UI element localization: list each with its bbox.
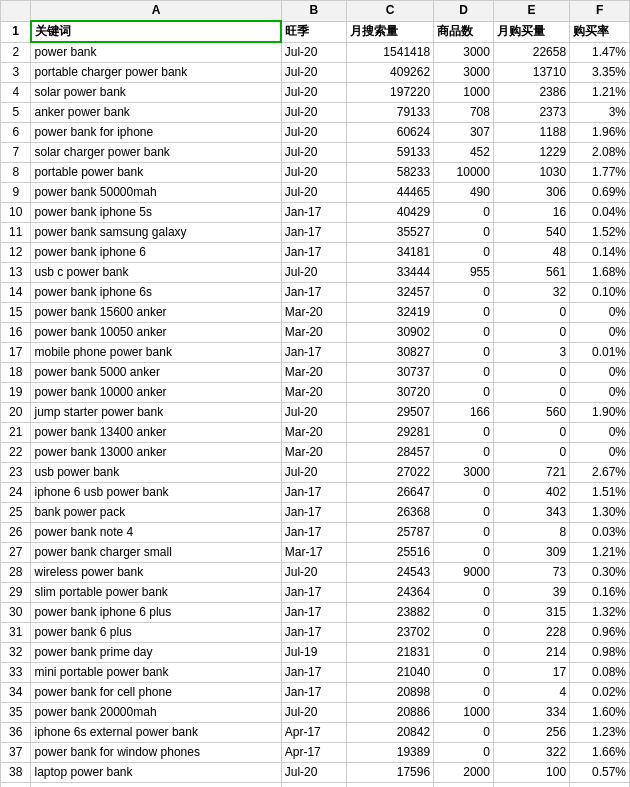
cell-keyword[interactable]: jump starter power bank (31, 403, 281, 423)
row-number: 35 (1, 703, 31, 723)
cell-monthly-purchase: 1229 (493, 143, 569, 163)
cell-keyword[interactable]: power bank 5000 anker (31, 363, 281, 383)
cell-product-count: 0 (434, 583, 494, 603)
cell-keyword[interactable]: portable charger power bank (31, 63, 281, 83)
cell-monthly-purchase: 1030 (493, 163, 569, 183)
cell-monthly-purchase: 17 (493, 663, 569, 683)
cell-keyword[interactable]: solar power bank (31, 83, 281, 103)
cell-keyword[interactable]: power bank 6 plus (31, 623, 281, 643)
row-number: 32 (1, 643, 31, 663)
cell-keyword[interactable]: power bank for iphone 5s (31, 783, 281, 788)
cell-season: Mar-20 (281, 363, 346, 383)
row-number: 31 (1, 623, 31, 643)
col-header-e[interactable]: E (493, 1, 569, 22)
cell-keyword[interactable]: power bank iphone 6 plus (31, 603, 281, 623)
cell-keyword[interactable]: bank power pack (31, 503, 281, 523)
cell-keyword[interactable]: mini portable power bank (31, 663, 281, 683)
cell-keyword[interactable]: power bank iphone 6 (31, 243, 281, 263)
cell-product-count: 0 (434, 383, 494, 403)
table-row: 14power bank iphone 6sJan-17324570320.10… (1, 283, 630, 303)
table-row: 22power bank 13000 ankerMar-2028457000% (1, 443, 630, 463)
cell-keyword[interactable]: power bank 10050 anker (31, 323, 281, 343)
col-header-c[interactable]: C (347, 1, 434, 22)
col-header-a[interactable]: A (31, 1, 281, 22)
cell-keyword[interactable]: iphone 6 usb power bank (31, 483, 281, 503)
cell-keyword[interactable]: portable power bank (31, 163, 281, 183)
cell-keyword[interactable]: mobile phone power bank (31, 343, 281, 363)
cell-purchase-rate: 1.68% (570, 263, 630, 283)
cell-season: Jan-17 (281, 583, 346, 603)
cell-season: Apr-17 (281, 743, 346, 763)
cell-monthly-search: 30827 (347, 343, 434, 363)
cell-product-count: 0 (434, 623, 494, 643)
cell-monthly-search: 20898 (347, 683, 434, 703)
cell-monthly-search: 23702 (347, 623, 434, 643)
cell-purchase-rate: 0.14% (570, 243, 630, 263)
cell-keyword[interactable]: solar charger power bank (31, 143, 281, 163)
table-row: 30power bank iphone 6 plusJan-1723882031… (1, 603, 630, 623)
cell-keyword[interactable]: wireless power bank (31, 563, 281, 583)
table-row: 10power bank iphone 5sJan-17404290160.04… (1, 203, 630, 223)
cell-purchase-rate: 1.30% (570, 503, 630, 523)
cell-keyword[interactable]: power bank for window phones (31, 743, 281, 763)
cell-keyword[interactable]: power bank 50000mah (31, 183, 281, 203)
row-number: 14 (1, 283, 31, 303)
cell-keyword[interactable]: power bank 13400 anker (31, 423, 281, 443)
cell-keyword[interactable]: power bank for cell phone (31, 683, 281, 703)
cell-purchase-rate: 1.77% (570, 163, 630, 183)
cell-keyword[interactable]: power bank iphone 6s (31, 283, 281, 303)
cell-product-count: 166 (434, 403, 494, 423)
cell-monthly-purchase: 721 (493, 463, 569, 483)
row-number: 37 (1, 743, 31, 763)
cell-monthly-search: 35527 (347, 223, 434, 243)
cell-product-count: 0 (434, 643, 494, 663)
cell-purchase-rate: 0% (570, 383, 630, 403)
cell-product-count: 0 (434, 323, 494, 343)
cell-keyword[interactable]: usb c power bank (31, 263, 281, 283)
cell-keyword[interactable]: power bank (31, 42, 281, 63)
cell-keyword[interactable]: usb power bank (31, 463, 281, 483)
cell-keyword[interactable]: power bank 13000 anker (31, 443, 281, 463)
cell-keyword[interactable]: laptop power bank (31, 763, 281, 783)
cell-keyword[interactable]: anker power bank (31, 103, 281, 123)
table-row: 20jump starter power bankJul-20295071665… (1, 403, 630, 423)
table-row: 36iphone 6s external power bankApr-17208… (1, 723, 630, 743)
cell-purchase-rate: 1.52% (570, 223, 630, 243)
table-row: 16power bank 10050 ankerMar-2030902000% (1, 323, 630, 343)
cell-keyword[interactable]: power bank for iphone (31, 123, 281, 143)
cell-purchase-rate: 0.01% (570, 343, 630, 363)
cell-purchase-rate: 0.03% (570, 523, 630, 543)
row-number: 18 (1, 363, 31, 383)
row-number: 26 (1, 523, 31, 543)
cell-keyword[interactable]: slim portable power bank (31, 583, 281, 603)
cell-monthly-search: 60624 (347, 123, 434, 143)
cell-keyword[interactable]: power bank charger small (31, 543, 281, 563)
cell-season: Jul-20 (281, 703, 346, 723)
cell-keyword[interactable]: power bank iphone 5s (31, 203, 281, 223)
col-header-f[interactable]: F (570, 1, 630, 22)
cell-keyword[interactable]: power bank 20000mah (31, 703, 281, 723)
cell-product-count: 0 (434, 303, 494, 323)
cell-purchase-rate: 0.98% (570, 643, 630, 663)
cell-product-count: 3000 (434, 42, 494, 63)
cell-keyword[interactable]: power bank note 4 (31, 523, 281, 543)
cell-season: Jul-20 (281, 83, 346, 103)
cell-season: Jul-20 (281, 123, 346, 143)
col-header-d[interactable]: D (434, 1, 494, 22)
col-header-b[interactable]: B (281, 1, 346, 22)
header-keyword: 关键词 (31, 21, 281, 42)
cell-product-count: 3000 (434, 463, 494, 483)
cell-season: Jan-17 (281, 663, 346, 683)
cell-keyword[interactable]: power bank samsung galaxy (31, 223, 281, 243)
cell-monthly-search: 25516 (347, 543, 434, 563)
cell-product-count: 0 (434, 423, 494, 443)
cell-keyword[interactable]: iphone 6s external power bank (31, 723, 281, 743)
row-number: 12 (1, 243, 31, 263)
cell-season: Jan-17 (281, 283, 346, 303)
cell-keyword[interactable]: power bank 15600 anker (31, 303, 281, 323)
row-number: 33 (1, 663, 31, 683)
cell-keyword[interactable]: power bank 10000 anker (31, 383, 281, 403)
cell-monthly-search: 17596 (347, 763, 434, 783)
cell-keyword[interactable]: power bank prime day (31, 643, 281, 663)
cell-season: Jan-17 (281, 603, 346, 623)
